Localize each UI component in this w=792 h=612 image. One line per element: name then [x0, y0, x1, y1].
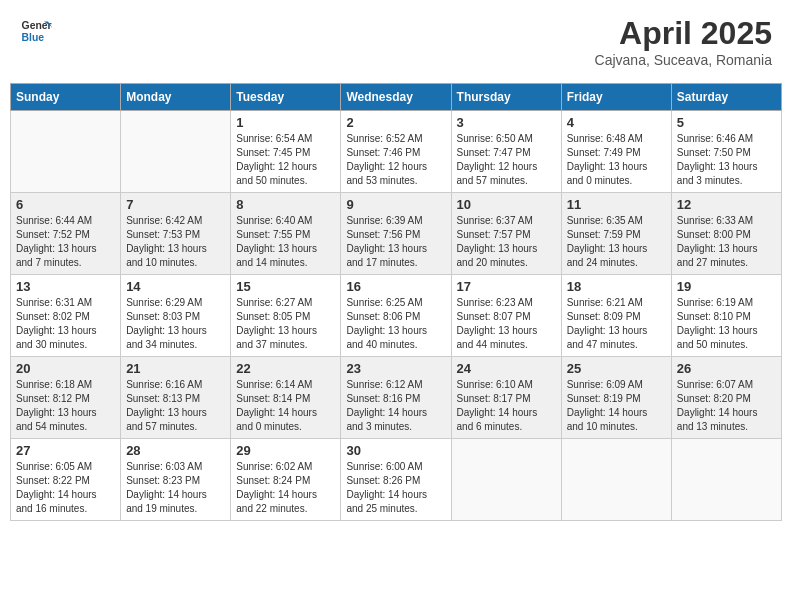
day-info: Sunrise: 6:31 AM Sunset: 8:02 PM Dayligh… [16, 296, 115, 352]
day-info: Sunrise: 6:05 AM Sunset: 8:22 PM Dayligh… [16, 460, 115, 516]
day-number: 14 [126, 279, 225, 294]
day-number: 20 [16, 361, 115, 376]
calendar-cell: 8Sunrise: 6:40 AM Sunset: 7:55 PM Daylig… [231, 193, 341, 275]
calendar-cell: 7Sunrise: 6:42 AM Sunset: 7:53 PM Daylig… [121, 193, 231, 275]
day-info: Sunrise: 6:10 AM Sunset: 8:17 PM Dayligh… [457, 378, 556, 434]
calendar-cell: 19Sunrise: 6:19 AM Sunset: 8:10 PM Dayli… [671, 275, 781, 357]
day-info: Sunrise: 6:29 AM Sunset: 8:03 PM Dayligh… [126, 296, 225, 352]
day-info: Sunrise: 6:54 AM Sunset: 7:45 PM Dayligh… [236, 132, 335, 188]
calendar-cell [451, 439, 561, 521]
day-number: 16 [346, 279, 445, 294]
calendar-cell [121, 111, 231, 193]
day-info: Sunrise: 6:37 AM Sunset: 7:57 PM Dayligh… [457, 214, 556, 270]
day-number: 2 [346, 115, 445, 130]
calendar-cell: 1Sunrise: 6:54 AM Sunset: 7:45 PM Daylig… [231, 111, 341, 193]
day-number: 7 [126, 197, 225, 212]
day-number: 19 [677, 279, 776, 294]
day-info: Sunrise: 6:02 AM Sunset: 8:24 PM Dayligh… [236, 460, 335, 516]
calendar-cell: 5Sunrise: 6:46 AM Sunset: 7:50 PM Daylig… [671, 111, 781, 193]
day-number: 12 [677, 197, 776, 212]
calendar-cell: 15Sunrise: 6:27 AM Sunset: 8:05 PM Dayli… [231, 275, 341, 357]
day-number: 18 [567, 279, 666, 294]
logo-icon: General Blue [20, 15, 52, 47]
day-number: 23 [346, 361, 445, 376]
day-info: Sunrise: 6:00 AM Sunset: 8:26 PM Dayligh… [346, 460, 445, 516]
calendar-table: SundayMondayTuesdayWednesdayThursdayFrid… [10, 83, 782, 521]
day-info: Sunrise: 6:23 AM Sunset: 8:07 PM Dayligh… [457, 296, 556, 352]
calendar-cell: 13Sunrise: 6:31 AM Sunset: 8:02 PM Dayli… [11, 275, 121, 357]
page-header: General Blue April 2025 Cajvana, Suceava… [10, 10, 782, 73]
calendar-cell: 20Sunrise: 6:18 AM Sunset: 8:12 PM Dayli… [11, 357, 121, 439]
calendar-week-row: 20Sunrise: 6:18 AM Sunset: 8:12 PM Dayli… [11, 357, 782, 439]
day-info: Sunrise: 6:16 AM Sunset: 8:13 PM Dayligh… [126, 378, 225, 434]
calendar-cell: 28Sunrise: 6:03 AM Sunset: 8:23 PM Dayli… [121, 439, 231, 521]
day-number: 5 [677, 115, 776, 130]
day-info: Sunrise: 6:52 AM Sunset: 7:46 PM Dayligh… [346, 132, 445, 188]
day-number: 21 [126, 361, 225, 376]
calendar-cell: 9Sunrise: 6:39 AM Sunset: 7:56 PM Daylig… [341, 193, 451, 275]
day-info: Sunrise: 6:46 AM Sunset: 7:50 PM Dayligh… [677, 132, 776, 188]
calendar-cell [561, 439, 671, 521]
calendar-cell: 6Sunrise: 6:44 AM Sunset: 7:52 PM Daylig… [11, 193, 121, 275]
day-number: 24 [457, 361, 556, 376]
month-title: April 2025 [595, 15, 772, 52]
calendar-cell [11, 111, 121, 193]
day-number: 13 [16, 279, 115, 294]
day-number: 28 [126, 443, 225, 458]
calendar-cell: 18Sunrise: 6:21 AM Sunset: 8:09 PM Dayli… [561, 275, 671, 357]
svg-text:Blue: Blue [22, 32, 45, 43]
weekday-header: Saturday [671, 84, 781, 111]
calendar-week-row: 6Sunrise: 6:44 AM Sunset: 7:52 PM Daylig… [11, 193, 782, 275]
day-number: 10 [457, 197, 556, 212]
logo: General Blue [20, 15, 52, 47]
day-info: Sunrise: 6:19 AM Sunset: 8:10 PM Dayligh… [677, 296, 776, 352]
day-number: 1 [236, 115, 335, 130]
day-number: 17 [457, 279, 556, 294]
location-subtitle: Cajvana, Suceava, Romania [595, 52, 772, 68]
day-info: Sunrise: 6:48 AM Sunset: 7:49 PM Dayligh… [567, 132, 666, 188]
calendar-cell: 4Sunrise: 6:48 AM Sunset: 7:49 PM Daylig… [561, 111, 671, 193]
day-number: 11 [567, 197, 666, 212]
calendar-cell: 10Sunrise: 6:37 AM Sunset: 7:57 PM Dayli… [451, 193, 561, 275]
weekday-header: Sunday [11, 84, 121, 111]
calendar-week-row: 27Sunrise: 6:05 AM Sunset: 8:22 PM Dayli… [11, 439, 782, 521]
day-info: Sunrise: 6:44 AM Sunset: 7:52 PM Dayligh… [16, 214, 115, 270]
day-info: Sunrise: 6:35 AM Sunset: 7:59 PM Dayligh… [567, 214, 666, 270]
day-info: Sunrise: 6:42 AM Sunset: 7:53 PM Dayligh… [126, 214, 225, 270]
weekday-header: Tuesday [231, 84, 341, 111]
calendar-cell: 12Sunrise: 6:33 AM Sunset: 8:00 PM Dayli… [671, 193, 781, 275]
day-number: 3 [457, 115, 556, 130]
day-number: 30 [346, 443, 445, 458]
weekday-header: Friday [561, 84, 671, 111]
day-number: 15 [236, 279, 335, 294]
calendar-cell: 14Sunrise: 6:29 AM Sunset: 8:03 PM Dayli… [121, 275, 231, 357]
calendar-cell: 24Sunrise: 6:10 AM Sunset: 8:17 PM Dayli… [451, 357, 561, 439]
calendar-cell: 27Sunrise: 6:05 AM Sunset: 8:22 PM Dayli… [11, 439, 121, 521]
calendar-cell [671, 439, 781, 521]
day-number: 27 [16, 443, 115, 458]
title-block: April 2025 Cajvana, Suceava, Romania [595, 15, 772, 68]
calendar-cell: 30Sunrise: 6:00 AM Sunset: 8:26 PM Dayli… [341, 439, 451, 521]
calendar-cell: 11Sunrise: 6:35 AM Sunset: 7:59 PM Dayli… [561, 193, 671, 275]
day-number: 22 [236, 361, 335, 376]
calendar-cell: 17Sunrise: 6:23 AM Sunset: 8:07 PM Dayli… [451, 275, 561, 357]
calendar-week-row: 1Sunrise: 6:54 AM Sunset: 7:45 PM Daylig… [11, 111, 782, 193]
weekday-header: Wednesday [341, 84, 451, 111]
day-info: Sunrise: 6:40 AM Sunset: 7:55 PM Dayligh… [236, 214, 335, 270]
calendar-cell: 29Sunrise: 6:02 AM Sunset: 8:24 PM Dayli… [231, 439, 341, 521]
calendar-week-row: 13Sunrise: 6:31 AM Sunset: 8:02 PM Dayli… [11, 275, 782, 357]
day-info: Sunrise: 6:25 AM Sunset: 8:06 PM Dayligh… [346, 296, 445, 352]
calendar-cell: 16Sunrise: 6:25 AM Sunset: 8:06 PM Dayli… [341, 275, 451, 357]
day-number: 29 [236, 443, 335, 458]
calendar-cell: 26Sunrise: 6:07 AM Sunset: 8:20 PM Dayli… [671, 357, 781, 439]
day-number: 4 [567, 115, 666, 130]
day-number: 6 [16, 197, 115, 212]
day-number: 9 [346, 197, 445, 212]
day-info: Sunrise: 6:12 AM Sunset: 8:16 PM Dayligh… [346, 378, 445, 434]
day-number: 25 [567, 361, 666, 376]
day-number: 8 [236, 197, 335, 212]
day-info: Sunrise: 6:50 AM Sunset: 7:47 PM Dayligh… [457, 132, 556, 188]
day-info: Sunrise: 6:33 AM Sunset: 8:00 PM Dayligh… [677, 214, 776, 270]
calendar-cell: 3Sunrise: 6:50 AM Sunset: 7:47 PM Daylig… [451, 111, 561, 193]
calendar-cell: 21Sunrise: 6:16 AM Sunset: 8:13 PM Dayli… [121, 357, 231, 439]
